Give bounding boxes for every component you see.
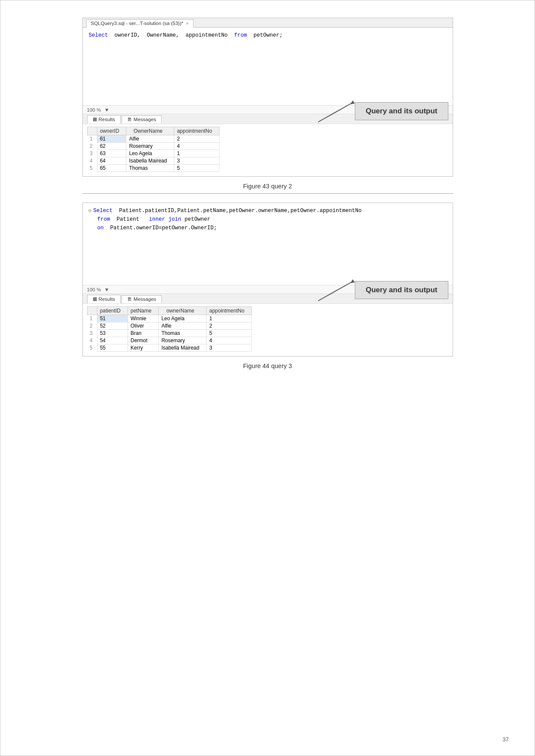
table-row: 5 55 Kerry Isabella Mairead 3 bbox=[87, 344, 251, 352]
table-row: 3 63 Leo Agela 1 bbox=[87, 150, 219, 157]
figure1-block: SQLQuery3.sql - ser...T-solution (sa (53… bbox=[82, 18, 453, 177]
sql-editor-1: SQLQuery3.sql - ser...T-solution (sa (53… bbox=[82, 18, 453, 177]
col-header-appointmentno: appointmentNo bbox=[174, 127, 219, 135]
collapse-icon-2[interactable]: ⊟ bbox=[89, 207, 92, 215]
callout-box-1: Query and its output bbox=[355, 102, 448, 120]
query-line2-2: from Patient inner join petOwner bbox=[97, 215, 211, 224]
figure2-block: ⊟ Select Patient.patientID,Patient.petNa… bbox=[82, 203, 453, 356]
callout-arrow-svg-2 bbox=[316, 277, 355, 303]
svg-marker-1 bbox=[350, 100, 355, 104]
tab-bar-1: SQLQuery3.sql - ser...T-solution (sa (53… bbox=[83, 18, 453, 28]
svg-line-0 bbox=[318, 103, 353, 122]
query-line-1: Select ownerID, OwnerName, appointmentNo… bbox=[89, 31, 283, 40]
table-row: 4 64 Isabella Mairead 3 bbox=[87, 157, 219, 165]
messages-tab-2[interactable]: 🖹 Messages bbox=[122, 295, 162, 303]
figure2-caption: Figure 44 query 3 bbox=[82, 362, 453, 369]
callout-wrapper-2: Query and its output bbox=[316, 277, 448, 303]
col-header-patientid: patientID bbox=[97, 307, 128, 315]
col-header-petname: petName bbox=[128, 307, 159, 315]
zoom-level-1: 100 % bbox=[87, 107, 101, 112]
editor-area-2[interactable]: ⊟ Select Patient.patientID,Patient.petNa… bbox=[83, 203, 453, 285]
col-header-appointmentno2: appointmentNo bbox=[206, 307, 251, 315]
tab-label-1: SQLQuery3.sql - ser...T-solution (sa (53… bbox=[91, 21, 184, 26]
col-header-empty-2 bbox=[87, 307, 97, 315]
editor-area-1[interactable]: Select ownerID, OwnerName, appointmentNo… bbox=[83, 28, 453, 105]
table-row: 1 61 Alfie 2 bbox=[87, 135, 219, 143]
figure1-caption: Figure 43 query 2 bbox=[82, 183, 453, 190]
results-table-2: patientID petName ownerName appointmentN… bbox=[87, 306, 252, 352]
results-tab-1[interactable]: ▦ Results bbox=[87, 115, 121, 124]
close-icon-1[interactable]: × bbox=[186, 21, 188, 26]
results-table-container-2: patientID petName ownerName appointmentN… bbox=[83, 303, 453, 356]
page-number: 37 bbox=[503, 736, 509, 743]
query-line2-1: Select Patient.patientID,Patient.petName… bbox=[93, 206, 362, 215]
results-table-container-1: ownerID OwnerName appointmentNo 1 61 Alf… bbox=[83, 124, 453, 176]
col-header-ownername: OwnerName bbox=[126, 127, 174, 135]
table-row: 4 54 Dermot Rosemary 4 bbox=[87, 337, 251, 344]
section-divider bbox=[82, 193, 453, 194]
table-row: 2 52 Oliver Alfie 2 bbox=[87, 322, 251, 330]
page: SQLQuery3.sql - ser...T-solution (sa (53… bbox=[0, 0, 535, 756]
results-tab-2[interactable]: ▦ Results bbox=[87, 295, 121, 303]
messages-tab-1[interactable]: 🖹 Messages bbox=[122, 116, 162, 123]
table-row: 1 51 Winnie Leo Agela 1 bbox=[87, 315, 251, 322]
table-row: 3 53 Bran Thomas 5 bbox=[87, 330, 251, 337]
zoom-dropdown-icon-2[interactable]: ▼ bbox=[104, 287, 109, 292]
callout-wrapper-1: Query and its output bbox=[316, 98, 448, 124]
sql-tab-1[interactable]: SQLQuery3.sql - ser...T-solution (sa (53… bbox=[86, 19, 194, 28]
col-header-empty-1 bbox=[87, 127, 97, 135]
results-table-1: ownerID OwnerName appointmentNo 1 61 Alf… bbox=[87, 127, 219, 172]
svg-marker-3 bbox=[350, 279, 355, 283]
callout-arrow-svg-1 bbox=[316, 98, 355, 124]
zoom-level-2: 100 % bbox=[87, 287, 101, 292]
query-line2-3: on Patient.ownerID=petOwner.OwnerID; bbox=[97, 224, 217, 232]
table-row: 2 62 Rosemary 4 bbox=[87, 143, 219, 150]
table-row: 5 65 Thomas 5 bbox=[87, 165, 219, 172]
col-header-ownerid: ownerID bbox=[97, 127, 126, 135]
sql-editor-2: ⊟ Select Patient.patientID,Patient.petNa… bbox=[82, 203, 453, 356]
col-header-ownername2: ownerName bbox=[159, 307, 206, 315]
zoom-dropdown-icon-1[interactable]: ▼ bbox=[104, 107, 109, 112]
svg-line-2 bbox=[318, 281, 353, 301]
callout-box-2: Query and its output bbox=[355, 281, 448, 299]
